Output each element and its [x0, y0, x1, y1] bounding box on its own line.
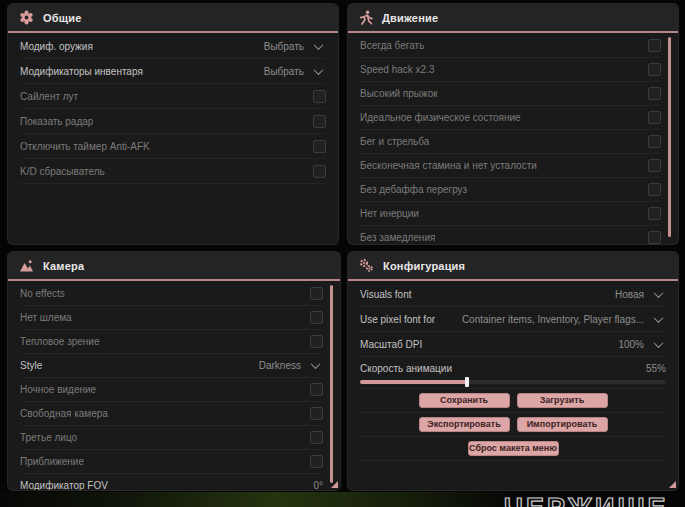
dropdown[interactable]: Выбрать — [260, 39, 326, 54]
panel-resize-handle[interactable] — [669, 481, 676, 488]
checkbox[interactable] — [648, 111, 661, 124]
checkbox[interactable] — [648, 183, 661, 196]
setting-row: Нет инерции — [360, 202, 661, 226]
export-button[interactable]: Экспортировать — [419, 417, 510, 432]
setting-row: StyleDarkness — [20, 354, 323, 378]
dropdown[interactable]: 100% — [614, 337, 666, 352]
save-button[interactable]: Сохранить — [419, 393, 510, 408]
setting-label: Модификаторы инвентаря — [20, 66, 143, 77]
setting-row: Идеальное физическое состояние — [360, 106, 661, 130]
panel-title: Конфигурация — [383, 260, 465, 272]
checkbox[interactable] — [310, 431, 323, 444]
setting-row: Бег и стрельба — [360, 130, 661, 154]
checkbox[interactable] — [310, 407, 323, 420]
dropdown[interactable]: Новая — [611, 287, 666, 302]
setting-row: Третье лицо — [20, 426, 323, 450]
checkbox[interactable] — [310, 311, 323, 324]
setting-row: Visuals fontНовая — [360, 282, 666, 307]
checkbox[interactable] — [313, 165, 326, 178]
setting-label: Style — [20, 360, 42, 371]
setting-label: Высокий прыжок — [360, 88, 438, 99]
setting-label: Скорость анимации — [360, 363, 452, 374]
setting-label: K/D сбрасыватель — [20, 166, 105, 177]
setting-row: Нет шлема — [20, 306, 323, 330]
slider-setting-row: Скорость анимации55% — [360, 357, 666, 389]
dropdown-value: 100% — [618, 339, 644, 350]
vertical-scrollbar[interactable] — [668, 37, 671, 237]
button-row: ЭкспортироватьИмпортировать — [360, 413, 666, 437]
setting-row: Всегда бегать — [360, 34, 661, 58]
setting-row: Без замедления — [360, 226, 661, 244]
setting-label: Ночное видение — [20, 384, 96, 395]
panel-title: Общие — [43, 12, 82, 24]
setting-label: Нет инерции — [360, 208, 419, 219]
chevron-down-icon — [314, 40, 324, 50]
chevron-down-icon — [314, 65, 324, 75]
checkbox[interactable] — [310, 335, 323, 348]
dropdown-value: Новая — [615, 289, 644, 300]
setting-label: Use pixel font for — [360, 314, 435, 325]
button-row: СохранитьЗагрузить — [360, 389, 666, 413]
checkbox[interactable] — [313, 140, 326, 153]
dropdown[interactable]: Выбрать — [260, 64, 326, 79]
chevron-down-icon — [654, 313, 664, 323]
chevron-down-icon — [654, 288, 664, 298]
panel-config-header[interactable]: Конфигурация — [348, 252, 678, 281]
dropdown-value: Container items, Inventory, Player flags… — [462, 314, 644, 325]
setting-row: Свободная камера — [20, 402, 323, 426]
import-button[interactable]: Импортировать — [517, 417, 608, 432]
checkbox[interactable] — [313, 115, 326, 128]
panel-general-header[interactable]: Общие — [8, 4, 338, 33]
setting-row: Без дебаффа перегруз — [360, 178, 661, 202]
setting-label: Тепловое зрение — [20, 336, 100, 347]
load-button[interactable]: Загрузить — [517, 393, 608, 408]
checkbox[interactable] — [310, 455, 323, 468]
button-row: Сброс макета меню — [360, 437, 666, 461]
checkbox[interactable] — [648, 135, 661, 148]
panel-movement-header[interactable]: Движение — [348, 4, 678, 33]
setting-label: Третье лицо — [20, 432, 77, 443]
checkbox[interactable] — [313, 90, 326, 103]
checkbox[interactable] — [648, 159, 661, 172]
running-man-icon — [359, 10, 373, 25]
panel-title: Движение — [382, 12, 438, 24]
setting-row: Отключить таймер Anti-AFK — [20, 134, 326, 159]
slider-handle[interactable] — [465, 377, 469, 387]
chevron-down-icon — [311, 359, 321, 369]
reset-menu-layout-button[interactable]: Сброс макета меню — [468, 441, 559, 456]
setting-label: Отключить таймер Anti-AFK — [20, 141, 150, 152]
checkbox[interactable] — [648, 39, 661, 52]
setting-row: Ночное видение — [20, 378, 323, 402]
chevron-down-icon — [654, 338, 664, 348]
slider[interactable] — [360, 380, 666, 384]
dropdown[interactable]: Darkness — [255, 358, 323, 373]
dropdown[interactable]: Container items, Inventory, Player flags… — [458, 312, 666, 327]
setting-label: No effects — [20, 288, 65, 299]
checkbox[interactable] — [310, 287, 323, 300]
setting-row: Бесконечная стамина и нет усталости — [360, 154, 661, 178]
panel-resize-handle[interactable] — [331, 481, 338, 488]
setting-row: No effects — [20, 282, 323, 306]
checkbox[interactable] — [648, 63, 661, 76]
panel-movement: Движение Всегда бегатьSpeed hack x2.3Выс… — [348, 4, 678, 244]
setting-row: Тепловое зрение — [20, 330, 323, 354]
slider-label-line: Скорость анимации55% — [360, 360, 666, 377]
slider-label-line: Модификатор FOV0° — [20, 477, 323, 490]
panel-title: Камера — [43, 260, 84, 272]
slider-value: 55% — [646, 363, 666, 374]
image-icon — [19, 259, 34, 273]
vertical-scrollbar[interactable] — [330, 285, 333, 483]
panel-camera-header[interactable]: Камера — [8, 252, 340, 281]
setting-row: Высокий прыжок — [360, 82, 661, 106]
setting-label: Нет шлема — [20, 312, 72, 323]
checkbox[interactable] — [648, 87, 661, 100]
setting-label: Идеальное физическое состояние — [360, 112, 521, 123]
checkbox[interactable] — [648, 231, 661, 244]
checkbox[interactable] — [310, 383, 323, 396]
slider-fill — [360, 380, 467, 384]
mod-menu-screen: ЧЕРЖИШЕ Общие Модиф. оружияВыбратьМодифи… — [0, 0, 685, 507]
setting-row: Масштаб DPI100% — [360, 332, 666, 357]
slider-value: 0° — [313, 480, 323, 490]
setting-label: Масштаб DPI — [360, 339, 422, 350]
checkbox[interactable] — [648, 207, 661, 220]
